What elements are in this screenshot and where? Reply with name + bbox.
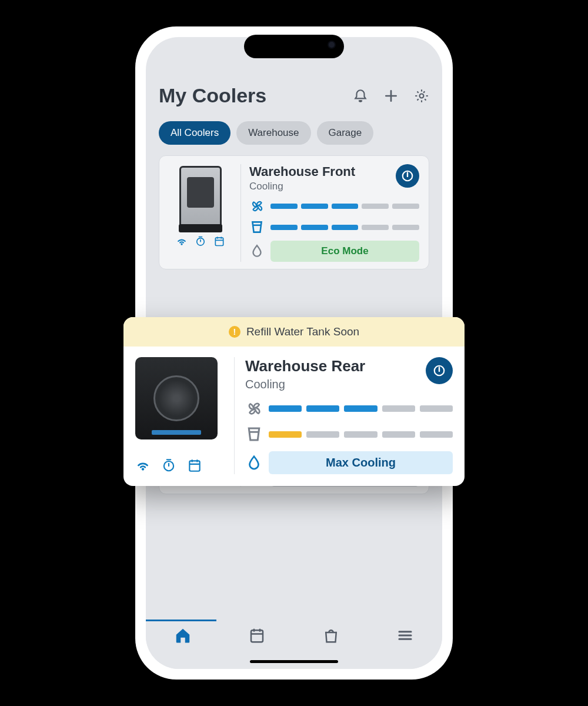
calendar-icon xyxy=(213,235,225,247)
dynamic-island xyxy=(244,35,344,58)
bell-icon[interactable] xyxy=(353,88,368,104)
fan-icon xyxy=(245,399,263,417)
mode-label[interactable]: Eco Mode xyxy=(270,241,419,262)
bottom-tabbar xyxy=(146,620,442,669)
phone-frame: My Coolers All Coolers Warehouse Garage xyxy=(135,26,453,680)
calendar-icon xyxy=(187,458,202,473)
cooler-image xyxy=(135,357,218,448)
cooler-image xyxy=(173,164,229,232)
power-button[interactable] xyxy=(396,164,419,188)
alert-icon: ! xyxy=(229,326,240,338)
drop-icon xyxy=(245,454,263,472)
wifi-icon xyxy=(135,458,151,473)
wifi-icon xyxy=(176,235,188,247)
nav-schedule[interactable] xyxy=(248,627,266,646)
cooler-status: Cooling xyxy=(245,378,365,391)
home-indicator xyxy=(250,660,338,663)
drop-icon xyxy=(249,244,265,259)
nav-menu[interactable] xyxy=(396,627,414,646)
mode-label[interactable]: Max Cooling xyxy=(269,451,453,474)
water-level xyxy=(270,225,419,230)
tab-garage[interactable]: Garage xyxy=(317,121,374,145)
cooler-name: Warehouse Front xyxy=(249,164,355,179)
alert-banner: ! Refill Water Tank Soon xyxy=(123,317,465,347)
header: My Coolers xyxy=(159,84,429,107)
page-title: My Coolers xyxy=(159,84,353,107)
cooler-name: Warehouse Rear xyxy=(245,357,365,375)
fan-level xyxy=(269,405,453,412)
cooler-card-expanded[interactable]: ! Refill Water Tank Soon Warehouse Rear xyxy=(123,317,465,486)
cooler-card[interactable]: Warehouse Front Cooling xyxy=(159,155,429,269)
tab-all-coolers[interactable]: All Coolers xyxy=(159,121,230,145)
plus-icon[interactable] xyxy=(383,88,399,104)
alert-text: Refill Water Tank Soon xyxy=(246,325,359,338)
nav-shop[interactable] xyxy=(322,627,340,646)
timer-icon xyxy=(195,235,206,247)
cooler-status: Cooling xyxy=(249,181,355,192)
fan-icon xyxy=(249,198,265,214)
active-indicator xyxy=(146,620,216,621)
water-icon xyxy=(245,425,263,443)
power-button[interactable] xyxy=(426,357,453,384)
filter-tabs: All Coolers Warehouse Garage xyxy=(159,121,429,145)
nav-home[interactable] xyxy=(174,627,192,646)
tab-warehouse[interactable]: Warehouse xyxy=(236,121,310,145)
gear-icon[interactable] xyxy=(414,88,429,104)
water-level xyxy=(269,431,453,438)
fan-level xyxy=(270,204,419,209)
water-icon xyxy=(249,219,265,235)
timer-icon xyxy=(161,458,176,473)
